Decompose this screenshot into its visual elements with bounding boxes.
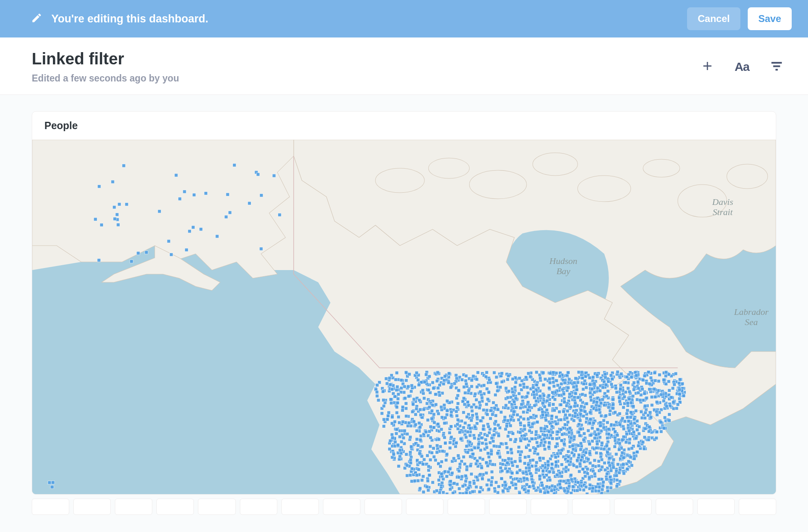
grid-cell[interactable] bbox=[739, 499, 776, 515]
svg-rect-2336 bbox=[475, 378, 479, 381]
svg-rect-2176 bbox=[515, 406, 518, 409]
svg-rect-1634 bbox=[595, 451, 598, 455]
svg-rect-1617 bbox=[604, 376, 607, 379]
svg-rect-2124 bbox=[604, 383, 608, 386]
grid-cell[interactable] bbox=[489, 499, 527, 515]
grid-cell[interactable] bbox=[406, 499, 444, 515]
svg-rect-1554 bbox=[584, 375, 587, 378]
svg-rect-1720 bbox=[494, 427, 497, 431]
grid-cell[interactable] bbox=[32, 499, 69, 515]
svg-rect-1555 bbox=[555, 437, 558, 440]
svg-rect-2069 bbox=[665, 405, 668, 408]
svg-rect-1734 bbox=[582, 438, 585, 441]
svg-rect-830 bbox=[464, 475, 468, 478]
svg-rect-2393 bbox=[563, 381, 566, 385]
svg-rect-1775 bbox=[397, 415, 400, 419]
add-text-button[interactable]: Aa bbox=[735, 60, 749, 74]
grid-cell[interactable] bbox=[323, 499, 360, 515]
svg-rect-1459 bbox=[667, 419, 671, 422]
grid-cell[interactable] bbox=[656, 499, 693, 515]
svg-rect-2240 bbox=[628, 398, 631, 401]
svg-rect-1212 bbox=[593, 459, 596, 462]
svg-rect-947 bbox=[514, 483, 517, 486]
svg-rect-2347 bbox=[444, 375, 447, 378]
map-visualization[interactable]: Hudson Bay Davis Strait Labrador Sea bbox=[32, 140, 776, 494]
dashboard-card-people[interactable]: People bbox=[32, 111, 776, 495]
svg-rect-1524 bbox=[465, 415, 469, 418]
svg-rect-2030 bbox=[437, 422, 440, 426]
grid-cell[interactable] bbox=[240, 499, 277, 515]
svg-rect-1592 bbox=[568, 393, 571, 396]
map-label-hudson-bay: Hudson bbox=[549, 256, 577, 266]
grid-cell[interactable] bbox=[697, 499, 735, 515]
svg-rect-2396 bbox=[468, 441, 472, 444]
svg-rect-2451 bbox=[50, 486, 54, 489]
svg-rect-28 bbox=[517, 446, 520, 449]
grid-cell[interactable] bbox=[448, 499, 485, 515]
svg-rect-1921 bbox=[643, 404, 647, 407]
svg-rect-1620 bbox=[461, 400, 464, 403]
grid-cell[interactable] bbox=[572, 499, 610, 515]
grid-cell[interactable] bbox=[614, 499, 652, 515]
add-filter-button[interactable] bbox=[770, 59, 784, 75]
svg-rect-1461 bbox=[577, 431, 580, 434]
svg-rect-683 bbox=[478, 401, 481, 404]
grid-cell[interactable] bbox=[156, 499, 194, 515]
svg-rect-2315 bbox=[566, 459, 570, 463]
svg-rect-1495 bbox=[432, 413, 435, 416]
svg-rect-992 bbox=[523, 434, 526, 437]
svg-rect-2136 bbox=[528, 449, 531, 452]
svg-rect-2423 bbox=[136, 251, 140, 255]
card-title[interactable]: People bbox=[32, 112, 776, 140]
svg-rect-2399 bbox=[392, 453, 395, 456]
add-card-button[interactable] bbox=[700, 59, 714, 75]
svg-rect-2335 bbox=[578, 434, 582, 437]
svg-rect-1852 bbox=[612, 466, 615, 469]
grid-cell[interactable] bbox=[281, 499, 319, 515]
svg-rect-1788 bbox=[654, 395, 657, 398]
svg-rect-848 bbox=[499, 411, 503, 414]
svg-rect-1186 bbox=[468, 434, 472, 437]
svg-rect-1950 bbox=[540, 426, 543, 430]
svg-rect-2238 bbox=[500, 372, 503, 375]
svg-rect-1871 bbox=[466, 430, 470, 433]
svg-rect-1797 bbox=[588, 411, 592, 414]
svg-rect-2440 bbox=[175, 174, 178, 177]
svg-rect-1937 bbox=[641, 440, 645, 444]
svg-rect-1522 bbox=[514, 438, 517, 441]
svg-rect-2072 bbox=[493, 490, 496, 493]
svg-rect-1489 bbox=[389, 398, 392, 401]
svg-rect-2234 bbox=[626, 402, 629, 405]
svg-rect-1244 bbox=[476, 371, 479, 374]
svg-rect-49 bbox=[402, 391, 406, 394]
svg-rect-1702 bbox=[396, 397, 400, 400]
svg-rect-2407 bbox=[395, 406, 398, 409]
svg-rect-2270 bbox=[411, 403, 415, 406]
save-button[interactable]: Save bbox=[748, 7, 792, 30]
svg-rect-907 bbox=[471, 414, 474, 417]
cancel-button[interactable]: Cancel bbox=[687, 7, 740, 30]
svg-rect-2443 bbox=[145, 251, 148, 254]
grid-cell[interactable] bbox=[73, 499, 111, 515]
svg-rect-1534 bbox=[393, 395, 396, 398]
grid-cell[interactable] bbox=[364, 499, 402, 515]
grid-cell[interactable] bbox=[198, 499, 235, 515]
svg-rect-2038 bbox=[597, 464, 600, 468]
svg-rect-2229 bbox=[456, 394, 459, 397]
svg-rect-2302 bbox=[504, 484, 507, 487]
svg-rect-994 bbox=[542, 394, 545, 397]
svg-rect-1770 bbox=[575, 388, 578, 391]
dashboard-title[interactable]: Linked filter bbox=[32, 50, 179, 68]
svg-rect-2191 bbox=[412, 420, 415, 423]
svg-rect-284 bbox=[450, 413, 453, 417]
svg-rect-1857 bbox=[499, 466, 502, 470]
svg-rect-2145 bbox=[647, 430, 650, 433]
svg-rect-2319 bbox=[440, 472, 443, 475]
svg-rect-2389 bbox=[514, 386, 517, 389]
svg-rect-2355 bbox=[563, 489, 566, 492]
grid-cell[interactable] bbox=[531, 499, 568, 515]
svg-rect-2378 bbox=[562, 410, 565, 413]
svg-rect-2037 bbox=[573, 381, 576, 384]
grid-cell[interactable] bbox=[115, 499, 152, 515]
svg-rect-1768 bbox=[645, 396, 648, 400]
